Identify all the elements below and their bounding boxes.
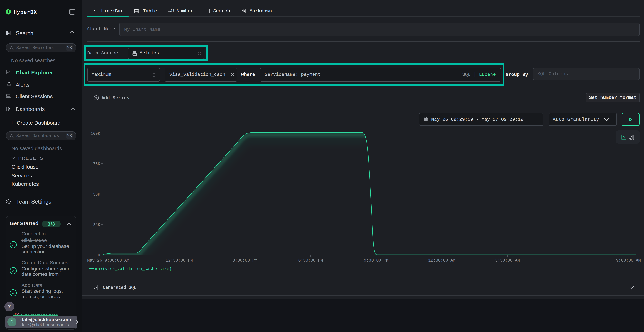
svg-text:12:30:00 AM: 12:30:00 AM — [428, 258, 456, 263]
svg-text:0: 0 — [98, 253, 100, 258]
svg-text:25K: 25K — [93, 223, 100, 227]
svg-text:max(visa_validation_cache.size: max(visa_validation_cache.size) — [95, 267, 172, 271]
svg-text:100K: 100K — [91, 132, 100, 136]
svg-text:9:00:00 AM: 9:00:00 AM — [616, 258, 641, 263]
svg-text:9:30:00 PM: 9:30:00 PM — [364, 258, 388, 263]
svg-text:3:30:00 AM: 3:30:00 AM — [495, 258, 520, 263]
svg-text:3:30:00 PM: 3:30:00 PM — [232, 258, 257, 263]
svg-text:May 26 9:00:00 AM: May 26 9:00:00 AM — [87, 258, 129, 263]
svg-text:50K: 50K — [93, 192, 100, 197]
svg-text:12:30:00 PM: 12:30:00 PM — [166, 258, 193, 263]
svg-text:6:30:00 PM: 6:30:00 PM — [298, 258, 323, 263]
svg-text:75K: 75K — [93, 162, 100, 166]
